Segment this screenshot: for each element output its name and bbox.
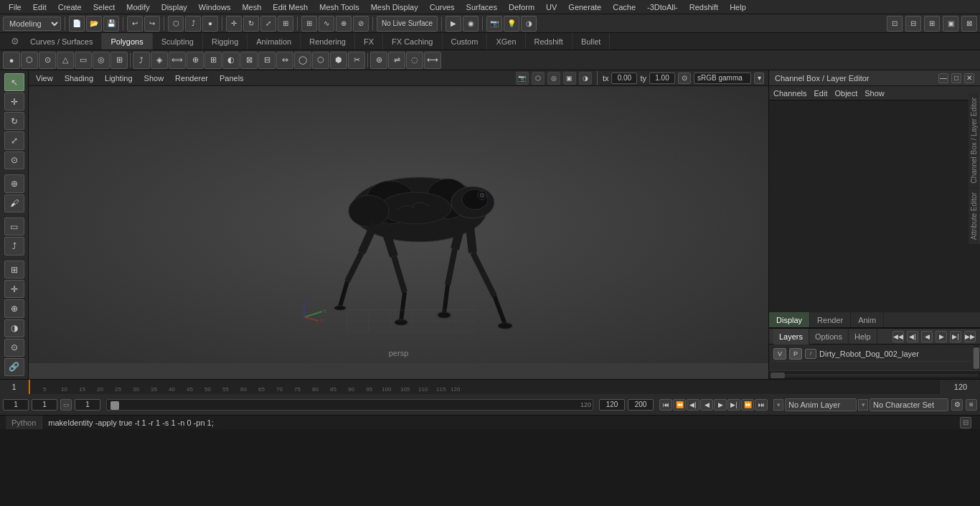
tab-polygons[interactable]: Polygons: [102, 33, 152, 50]
tab-rigging[interactable]: Rigging: [203, 33, 248, 50]
layer-row[interactable]: V P / Dirty_Robot_Dog_002_layer: [771, 346, 971, 362]
pb-fwd-frame[interactable]: ▶|: [727, 399, 740, 411]
current-frame-display[interactable]: 1: [0, 380, 29, 394]
range-thumb[interactable]: [110, 401, 119, 410]
snap-to-surface-btn[interactable]: ⊙: [4, 339, 24, 357]
undo-btn[interactable]: ↩: [127, 16, 143, 32]
custom1-btn[interactable]: ✛: [4, 280, 24, 298]
shelf-extrude[interactable]: ⤴: [133, 52, 150, 69]
vp-color-space-dropdown[interactable]: ▾: [754, 72, 764, 84]
vp-color-space-btn[interactable]: ⊙: [678, 72, 691, 84]
menu-generate[interactable]: Generate: [562, 0, 607, 14]
shelf-symmetry[interactable]: ⇌: [388, 52, 405, 69]
select-tool-btn[interactable]: ↖: [4, 73, 24, 91]
shelf-combine[interactable]: ⊠: [240, 52, 258, 69]
shelf-slide[interactable]: ⟷: [424, 52, 441, 69]
rotate-tool-btn[interactable]: ↻: [4, 112, 24, 130]
menu-surfaces[interactable]: Surfaces: [461, 0, 503, 14]
shelf-append-poly[interactable]: ⬡: [312, 52, 329, 69]
layer-scrollbar[interactable]: [973, 346, 979, 369]
layer-arrow-next[interactable]: ▶: [936, 331, 947, 342]
layout-btn[interactable]: ⊡: [887, 16, 903, 32]
paint-weights-btn[interactable]: 🖌: [4, 195, 24, 212]
menu-curves[interactable]: Curves: [424, 0, 461, 14]
layer-tab-display[interactable]: Layers: [773, 329, 809, 345]
panel-close-btn[interactable]: ✕: [964, 73, 974, 83]
channel-box-edge-label[interactable]: Channel Box / Layer Editor: [969, 93, 980, 188]
snap-curve-btn[interactable]: ∿: [319, 16, 334, 32]
cb-menu-show[interactable]: Show: [864, 89, 885, 98]
mode-selector[interactable]: Modeling Rigging Animation FX Rendering …: [3, 17, 61, 31]
viewport-canvas[interactable]: Y X Z persp: [29, 86, 768, 363]
scale-tool-btn[interactable]: ⤢: [4, 131, 24, 149]
cb-menu-object[interactable]: Object: [834, 89, 857, 98]
shelf-plane[interactable]: ▭: [75, 52, 92, 69]
show-manip-btn[interactable]: ⊞: [4, 261, 24, 278]
range-start-input[interactable]: 1: [3, 399, 29, 411]
vp-tx-value[interactable]: 0.00: [611, 72, 637, 84]
lasso-btn[interactable]: ⤴: [185, 16, 201, 32]
vp-display-mode[interactable]: ◑: [579, 72, 592, 85]
layer-p-btn[interactable]: P: [789, 348, 802, 360]
timeline-ruler[interactable]: 5 10 15 20 25 30 35 40 45 50 55 60 65 70…: [29, 380, 941, 394]
layer-scrollbar-thumb[interactable]: [974, 347, 979, 369]
menu-select[interactable]: Select: [88, 0, 121, 14]
camera-btn[interactable]: 📷: [486, 16, 502, 32]
vp-menu-show[interactable]: Show: [141, 74, 167, 83]
snap-point-btn[interactable]: ⊕: [336, 16, 352, 32]
tab-display[interactable]: Display: [769, 312, 810, 327]
snap-grid-btn[interactable]: ⊞: [301, 16, 317, 32]
menu-windows[interactable]: Windows: [193, 0, 237, 14]
menu-deform[interactable]: Deform: [503, 0, 540, 14]
pb-back[interactable]: ◀: [700, 399, 713, 411]
tab-animation[interactable]: Animation: [248, 33, 301, 50]
menu-mesh-display[interactable]: Mesh Display: [365, 0, 424, 14]
cb-menu-channels[interactable]: Channels: [773, 89, 806, 98]
vp-menu-view[interactable]: View: [33, 74, 56, 83]
layout-btn4[interactable]: ▣: [943, 16, 958, 32]
anim-settings-btn[interactable]: ⚙: [951, 399, 963, 411]
render-btn[interactable]: ▶: [446, 16, 461, 32]
shader-btn[interactable]: ◑: [521, 16, 537, 32]
menu-mesh-tools[interactable]: Mesh Tools: [314, 0, 364, 14]
tab-anim[interactable]: Anim: [851, 312, 884, 327]
menu-mesh[interactable]: Mesh: [236, 0, 267, 14]
shelf-cylinder[interactable]: ⊙: [39, 52, 56, 69]
layer-arrow-fwd-fwd[interactable]: ▶▶: [964, 331, 976, 342]
shelf-mirror[interactable]: ⇔: [276, 52, 293, 69]
shelf-cone[interactable]: △: [57, 52, 74, 69]
tab-redshift[interactable]: Redshift: [526, 33, 573, 50]
layout-btn5[interactable]: ⊠: [961, 16, 977, 32]
layout-btn3[interactable]: ⊞: [924, 16, 940, 32]
lasso-select-btn[interactable]: ⤴: [4, 237, 24, 255]
vp-menu-panels[interactable]: Panels: [217, 74, 247, 83]
menu-display[interactable]: Display: [156, 0, 193, 14]
light-btn[interactable]: 💡: [504, 16, 519, 32]
menu-edit-mesh[interactable]: Edit Mesh: [267, 0, 314, 14]
layer-arrow-back[interactable]: ◀|: [907, 331, 918, 342]
vp-ty-value[interactable]: 1.00: [649, 72, 675, 84]
tab-fx-caching[interactable]: FX Caching: [383, 33, 442, 50]
layer-tab-help[interactable]: Help: [849, 329, 877, 345]
vp-isolate[interactable]: ◎: [547, 72, 560, 85]
vp-color-space-value[interactable]: sRGB gamma: [694, 72, 751, 84]
tab-sculpting[interactable]: Sculpting: [153, 33, 203, 50]
vp-select-type[interactable]: ⬡: [532, 72, 545, 85]
shelf-bevel[interactable]: ◈: [151, 52, 168, 69]
open-scene-btn[interactable]: 📂: [86, 16, 102, 32]
scale-btn[interactable]: ⤢: [260, 16, 276, 32]
end-frame-input[interactable]: 120: [941, 380, 980, 394]
redo-btn[interactable]: ↪: [144, 16, 160, 32]
script-editor-btn[interactable]: ⊟: [960, 417, 971, 428]
tab-settings-gear[interactable]: ⚙: [9, 35, 22, 48]
shelf-relax[interactable]: ◌: [406, 52, 423, 69]
vp-resolution[interactable]: ▣: [563, 72, 576, 85]
transform-btn[interactable]: ⊞: [278, 16, 293, 32]
vp-menu-lighting[interactable]: Lighting: [102, 74, 136, 83]
rect-select-btn[interactable]: ▭: [4, 217, 24, 235]
shelf-smooth[interactable]: ◐: [222, 52, 240, 69]
shelf-sphere[interactable]: ●: [3, 52, 20, 69]
layer-color-btn[interactable]: /: [805, 349, 816, 359]
no-live-surface-btn[interactable]: No Live Surface: [377, 16, 438, 32]
shelf-subdivide[interactable]: ⊞: [204, 52, 222, 69]
